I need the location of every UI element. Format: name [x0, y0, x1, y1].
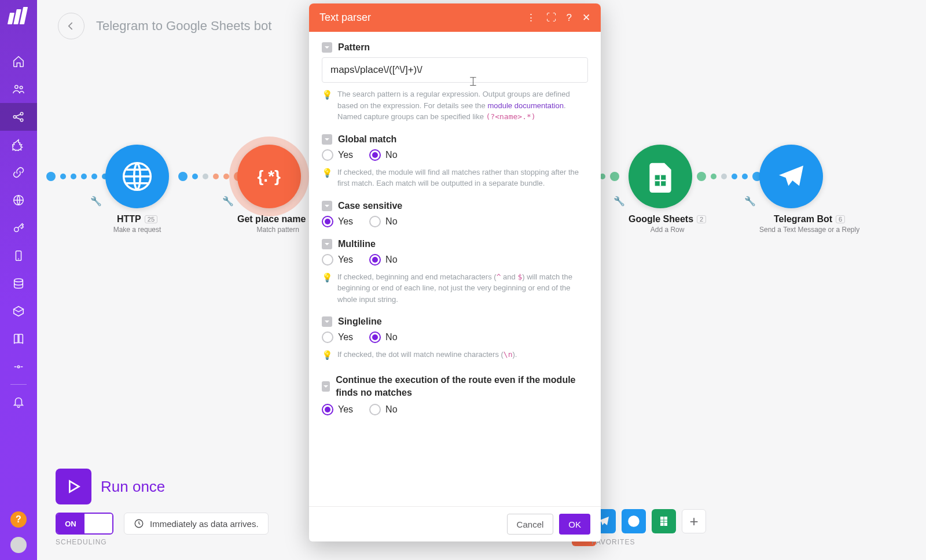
case-yes[interactable]: Yes [322, 216, 353, 227]
case-sensitive-label: Case sensitive [338, 201, 402, 211]
text-cursor: ⌶ [470, 75, 476, 87]
nav-home[interactable] [0, 47, 37, 75]
scenario-title[interactable]: Telegram to Google Sheets bot [96, 19, 271, 34]
wrench-icon[interactable]: 🔧 [222, 196, 234, 207]
multiline-hint: If checked, beginning and end metacharac… [337, 271, 588, 305]
collapse-toggle[interactable] [322, 134, 332, 145]
nav-functions[interactable] [0, 297, 37, 325]
wrench-icon[interactable]: 🔧 [90, 196, 102, 207]
fav-sheets[interactable] [652, 509, 676, 533]
pattern-hint: The search pattern is a regular expressi… [337, 89, 588, 123]
modal-header[interactable]: Text parser ⋮ ⛶ ? ✕ [309, 3, 601, 32]
modal-footer: Cancel OK [309, 506, 601, 541]
connector [46, 172, 108, 180]
nav-datastores[interactable] [0, 270, 37, 297]
module-http[interactable]: 🔧 HTTP25 Make a request [105, 145, 169, 234]
schedule-setting[interactable]: Immediately as data arrives. [124, 513, 269, 535]
fav-http[interactable] [622, 509, 646, 533]
multiline-no[interactable]: No [369, 254, 397, 266]
nav-webhooks[interactable] [0, 186, 37, 214]
nav-notifications[interactable] [0, 388, 37, 416]
modal-expand-icon[interactable]: ⛶ [546, 12, 556, 24]
svg-point-9 [17, 366, 20, 368]
run-label: Run once [101, 478, 165, 496]
pattern-input[interactable] [322, 57, 588, 83]
bottom-controls: Run once ON Immediately as data arrives.… [56, 469, 269, 546]
svg-point-8 [14, 279, 23, 282]
scheduling-toggle[interactable]: ON [56, 513, 113, 535]
app-logo [9, 8, 28, 24]
wrench-icon[interactable]: 🔧 [613, 196, 625, 207]
scheduling-label: SCHEDULING [56, 538, 269, 546]
continue-no[interactable]: No [369, 404, 397, 415]
svg-point-6 [14, 227, 19, 231]
pattern-label: Pattern [338, 42, 370, 53]
multiline-yes[interactable]: Yes [322, 254, 353, 266]
modal-close-icon[interactable]: ✕ [582, 12, 590, 24]
module-text-parser[interactable]: 🔧 {.*} Get place name2 Match pattern [237, 145, 318, 234]
nav-scenarios[interactable] [0, 103, 37, 131]
collapse-toggle[interactable] [322, 42, 332, 53]
doc-link[interactable]: module documentation [487, 101, 564, 110]
favorites-section: + FAVORITES [591, 509, 706, 546]
collapse-toggle[interactable] [322, 239, 332, 249]
module-google-sheets[interactable]: 🔧 Google Sheets2 Add a Row [629, 145, 706, 234]
cancel-button[interactable]: Cancel [507, 514, 554, 535]
app-sidebar: ? [0, 0, 37, 560]
nav-team[interactable] [0, 75, 37, 103]
fav-add[interactable]: + [682, 509, 706, 533]
wrench-icon[interactable]: 🔧 [744, 196, 756, 207]
collapse-toggle[interactable] [322, 201, 332, 211]
global-match-label: Global match [338, 134, 396, 145]
back-button[interactable] [58, 13, 84, 39]
nav-more[interactable] [0, 353, 37, 381]
multiline-label: Multiline [338, 239, 376, 249]
nav-docs[interactable] [0, 325, 37, 353]
module-badge: 25 [145, 215, 157, 223]
hint-icon: 💡 [322, 349, 333, 362]
modal-help-icon[interactable]: ? [567, 12, 572, 24]
collapse-toggle[interactable] [322, 381, 330, 392]
nav-connections[interactable] [0, 159, 37, 186]
singleline-label: Singleline [338, 316, 382, 327]
case-no[interactable]: No [369, 216, 397, 227]
module-badge: 6 [836, 215, 845, 223]
continue-yes[interactable]: Yes [322, 404, 353, 415]
text-parser-modal: Text parser ⋮ ⛶ ? ✕ Pattern 💡 The search… [309, 3, 601, 541]
schedule-text: Immediately as data arrives. [150, 519, 259, 529]
help-button[interactable]: ? [10, 511, 27, 528]
singleline-hint: If checked, the dot will match newline c… [337, 349, 517, 362]
module-subtitle: Send a Text Message or a Reply [759, 226, 859, 234]
toggle-on-label: ON [57, 514, 84, 533]
module-title: Google Sheets [629, 214, 693, 224]
nav-templates[interactable] [0, 131, 37, 159]
singleline-yes[interactable]: Yes [322, 331, 353, 343]
modal-body[interactable]: Pattern 💡 The search pattern is a regula… [309, 32, 601, 506]
singleline-no[interactable]: No [369, 331, 397, 343]
modal-menu-icon[interactable]: ⋮ [526, 12, 536, 24]
global-no[interactable]: No [369, 149, 397, 161]
ok-button[interactable]: OK [559, 514, 590, 535]
module-title: Get place name [237, 214, 306, 224]
module-subtitle: Add a Row [629, 226, 706, 234]
svg-text:{.*}: {.*} [257, 167, 281, 185]
hint-icon: 💡 [322, 271, 333, 305]
nav-devices[interactable] [0, 242, 37, 270]
module-title: HTTP [117, 214, 141, 224]
svg-point-1 [20, 86, 23, 89]
divider [10, 384, 27, 385]
module-badge: 2 [697, 215, 706, 223]
favorites-label: FAVORITES [591, 538, 706, 546]
modal-title: Text parser [319, 12, 371, 24]
collapse-toggle[interactable] [322, 316, 332, 327]
run-once-button[interactable] [56, 469, 91, 504]
continue-label: Continue the execution of the route even… [336, 374, 588, 400]
nav-keys[interactable] [0, 214, 37, 242]
module-subtitle: Match pattern [237, 226, 318, 234]
module-telegram[interactable]: 🔧 Telegram Bot6 Send a Text Message or a… [759, 145, 859, 234]
module-title: Telegram Bot [774, 214, 832, 224]
module-subtitle: Make a request [105, 226, 169, 234]
connector [697, 172, 762, 180]
user-avatar[interactable] [10, 537, 27, 553]
global-yes[interactable]: Yes [322, 149, 353, 161]
